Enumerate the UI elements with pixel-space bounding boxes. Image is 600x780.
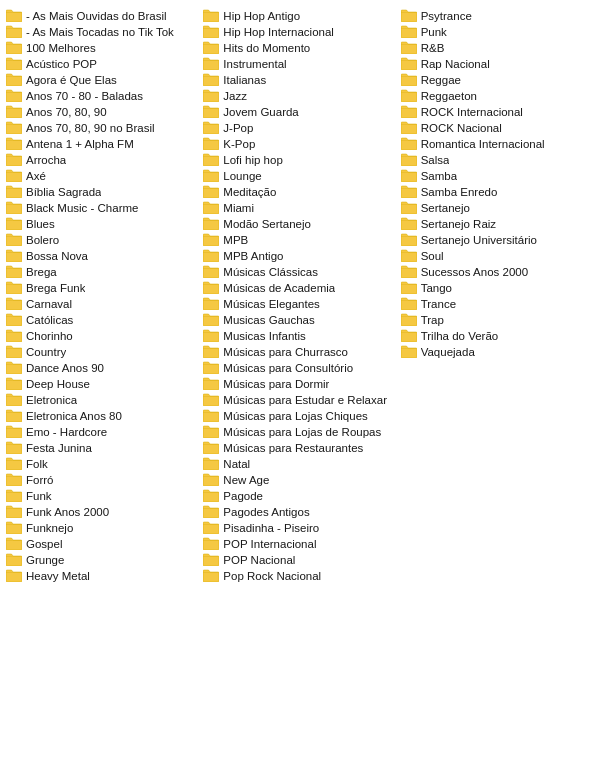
folder-item[interactable]: Grunge [4, 552, 201, 567]
folder-item[interactable]: Rap Nacional [399, 56, 596, 71]
folder-item[interactable]: Salsa [399, 152, 596, 167]
folder-item[interactable]: Anos 70 - 80 - Baladas [4, 88, 201, 103]
folder-item[interactable]: Trap [399, 312, 596, 327]
folder-item[interactable]: Festa Junina [4, 440, 201, 455]
folder-item[interactable]: Natal [201, 456, 398, 471]
folder-item[interactable]: R&B [399, 40, 596, 55]
folder-item[interactable]: Pagodes Antigos [201, 504, 398, 519]
folder-item[interactable]: Pisadinha - Piseiro [201, 520, 398, 535]
folder-item[interactable]: Sertanejo Universitário [399, 232, 596, 247]
folder-item[interactable]: Meditação [201, 184, 398, 199]
folder-item[interactable]: Reggae [399, 72, 596, 87]
folder-item[interactable]: Lofi hip hop [201, 152, 398, 167]
folder-item[interactable]: Punk [399, 24, 596, 39]
folder-icon [203, 521, 219, 534]
folder-item[interactable]: Arrocha [4, 152, 201, 167]
folder-item[interactable]: Italianas [201, 72, 398, 87]
folder-item[interactable]: Antena 1 + Alpha FM [4, 136, 201, 151]
folder-item[interactable]: - As Mais Ouvidas do Brasil [4, 8, 201, 23]
folder-item[interactable]: K-Pop [201, 136, 398, 151]
folder-item[interactable]: Bíblia Sagrada [4, 184, 201, 199]
folder-item[interactable]: Acústico POP [4, 56, 201, 71]
folder-item[interactable]: Brega Funk [4, 280, 201, 295]
folder-item[interactable]: Tango [399, 280, 596, 295]
folder-item[interactable]: Hip Hop Internacional [201, 24, 398, 39]
folder-item[interactable]: - As Mais Tocadas no Tik Tok [4, 24, 201, 39]
folder-item[interactable]: Músicas para Restaurantes [201, 440, 398, 455]
folder-label: Sertanejo Universitário [421, 234, 537, 246]
folder-item[interactable]: Trance [399, 296, 596, 311]
folder-item[interactable]: Romantica Internacional [399, 136, 596, 151]
folder-item[interactable]: Músicas para Lojas de Roupas [201, 424, 398, 439]
folder-item[interactable]: New Age [201, 472, 398, 487]
folder-item[interactable]: POP Nacional [201, 552, 398, 567]
folder-item[interactable]: Agora é Que Elas [4, 72, 201, 87]
folder-item[interactable]: Pop Rock Nacional [201, 568, 398, 583]
folder-item[interactable]: Carnaval [4, 296, 201, 311]
folder-item[interactable]: Bolero [4, 232, 201, 247]
folder-item[interactable]: Country [4, 344, 201, 359]
folder-item[interactable]: Musicas Infantis [201, 328, 398, 343]
folder-item[interactable]: Eletronica [4, 392, 201, 407]
folder-item[interactable]: Axé [4, 168, 201, 183]
folder-item[interactable]: Folk [4, 456, 201, 471]
folder-item[interactable]: MPB [201, 232, 398, 247]
folder-item[interactable]: ROCK Internacional [399, 104, 596, 119]
folder-item[interactable]: POP Internacional [201, 536, 398, 551]
folder-icon [6, 137, 22, 150]
folder-item[interactable]: Músicas para Churrasco [201, 344, 398, 359]
folder-item[interactable]: 100 Melhores [4, 40, 201, 55]
folder-item[interactable]: Hits do Momento [201, 40, 398, 55]
folder-item[interactable]: Anos 70, 80, 90 [4, 104, 201, 119]
folder-item[interactable]: Músicas para Estudar e Relaxar [201, 392, 398, 407]
folder-item[interactable]: Instrumental [201, 56, 398, 71]
folder-item[interactable]: Sucessos Anos 2000 [399, 264, 596, 279]
folder-item[interactable]: J-Pop [201, 120, 398, 135]
folder-item[interactable]: Chorinho [4, 328, 201, 343]
folder-item[interactable]: Músicas Elegantes [201, 296, 398, 311]
folder-item[interactable]: ROCK Nacional [399, 120, 596, 135]
folder-item[interactable]: MPB Antigo [201, 248, 398, 263]
folder-item[interactable]: Bossa Nova [4, 248, 201, 263]
folder-item[interactable]: Black Music - Charme [4, 200, 201, 215]
folder-item[interactable]: Lounge [201, 168, 398, 183]
folder-item[interactable]: Modão Sertanejo [201, 216, 398, 231]
folder-item[interactable]: Pagode [201, 488, 398, 503]
folder-item[interactable]: Músicas Clássicas [201, 264, 398, 279]
folder-item[interactable]: Católicas [4, 312, 201, 327]
folder-item[interactable]: Soul [399, 248, 596, 263]
folder-item[interactable]: Reggaeton [399, 88, 596, 103]
folder-item[interactable]: Emo - Hardcore [4, 424, 201, 439]
folder-item[interactable]: Dance Anos 90 [4, 360, 201, 375]
folder-item[interactable]: Hip Hop Antigo [201, 8, 398, 23]
folder-item[interactable]: Psytrance [399, 8, 596, 23]
folder-item[interactable]: Miami [201, 200, 398, 215]
folder-item[interactable]: Heavy Metal [4, 568, 201, 583]
folder-item[interactable]: Musicas Gauchas [201, 312, 398, 327]
folder-item[interactable]: Sertanejo Raiz [399, 216, 596, 231]
folder-item[interactable]: Samba [399, 168, 596, 183]
folder-item[interactable]: Funk Anos 2000 [4, 504, 201, 519]
folder-item[interactable]: Jovem Guarda [201, 104, 398, 119]
folder-item[interactable]: Blues [4, 216, 201, 231]
folder-item[interactable]: Forró [4, 472, 201, 487]
folder-item[interactable]: Anos 70, 80, 90 no Brasil [4, 120, 201, 135]
folder-item[interactable]: Samba Enredo [399, 184, 596, 199]
folder-item[interactable]: Brega [4, 264, 201, 279]
folder-item[interactable]: Funknejo [4, 520, 201, 535]
folder-item[interactable]: Vaquejada [399, 344, 596, 359]
folder-item[interactable]: Músicas para Dormir [201, 376, 398, 391]
folder-item[interactable]: Gospel [4, 536, 201, 551]
folder-item[interactable]: Jazz [201, 88, 398, 103]
folder-item[interactable]: Músicas para Lojas Chiques [201, 408, 398, 423]
folder-icon [203, 329, 219, 342]
folder-item[interactable]: Eletronica Anos 80 [4, 408, 201, 423]
folder-item[interactable]: Trilha do Verão [399, 328, 596, 343]
folder-item[interactable]: Músicas para Consultório [201, 360, 398, 375]
folder-item[interactable]: Músicas de Academia [201, 280, 398, 295]
folder-item[interactable]: Deep House [4, 376, 201, 391]
folder-item[interactable]: Sertanejo [399, 200, 596, 215]
folder-label: Grunge [26, 554, 64, 566]
folder-item[interactable]: Funk [4, 488, 201, 503]
folder-icon [6, 313, 22, 326]
